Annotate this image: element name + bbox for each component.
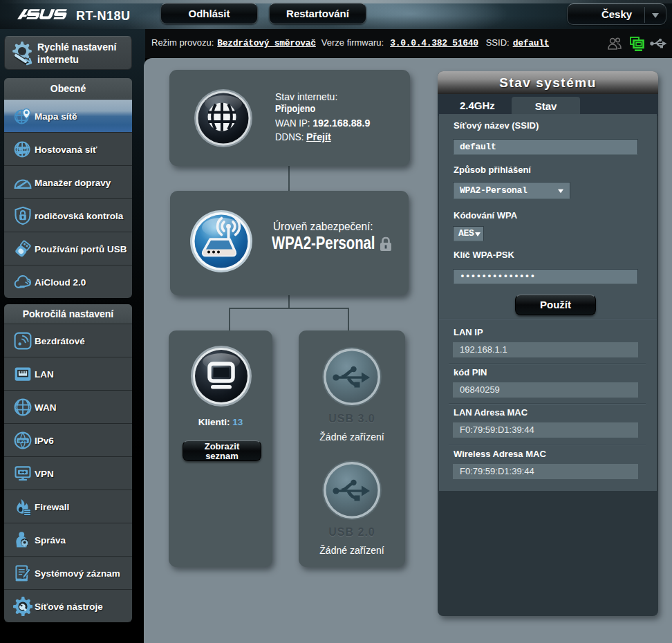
svg-text:IPV6: IPV6 (19, 438, 27, 442)
